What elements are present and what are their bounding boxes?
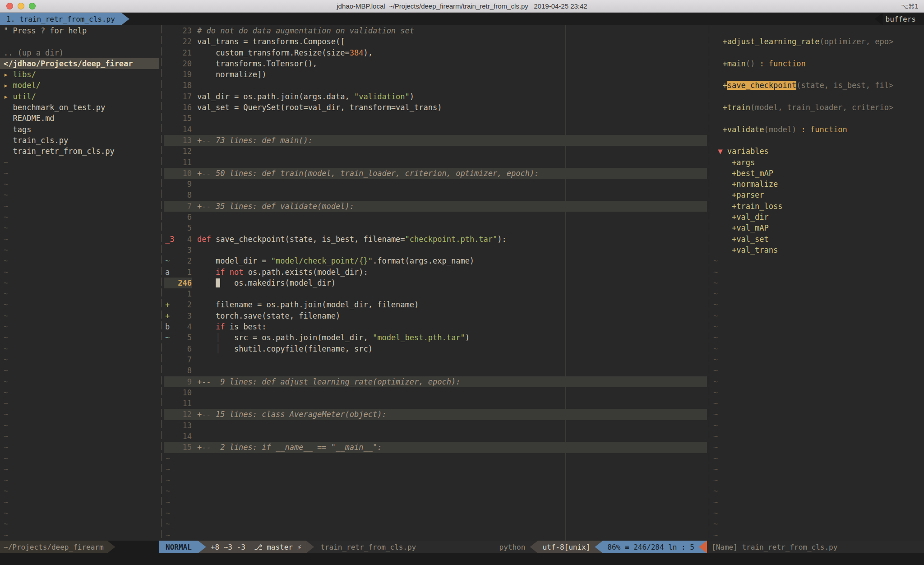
chevron-right-icon[interactable]: ▸ [4,81,13,90]
tree-root-path[interactable]: </jdhao/Projects/deep_firear [0,58,159,69]
code-line[interactable]: 14 [164,124,707,135]
empty-line-tilde: ~ [711,299,924,310]
folded-code-line[interactable]: 13+-- 73 lines: def main(): [164,135,707,146]
chevron-right-icon[interactable]: ▸ [4,70,13,79]
code-line[interactable]: ~5 │ src = os.path.join(model_dir, "mode… [164,332,707,343]
gutter-sign-empty [164,278,174,288]
tag-item[interactable]: +args [711,157,924,168]
chevron-right-icon[interactable]: ▸ [4,92,13,101]
code-line[interactable]: 11 [164,398,707,409]
fold-text[interactable]: +-- 73 lines: def main(): [197,136,313,145]
code-line[interactable]: 1 [164,288,707,299]
line-number: 2 [174,299,192,310]
code-line[interactable]: 21 custom_transform.Resize(size=384), [164,47,707,58]
tag-item[interactable]: +adjust_learning_rate(optimizer, epo> [711,36,924,47]
code-line[interactable]: +3 torch.save(state, filename) [164,310,707,321]
code-line[interactable]: 13 [164,420,707,431]
line-number: 8 [174,365,192,376]
minimize-button[interactable] [18,3,24,9]
code-line[interactable]: 9 [164,179,707,190]
tag-item[interactable]: +normalize [711,179,924,190]
tree-item[interactable]: train_retr_from_cls.py [0,146,159,157]
tree-item-directory[interactable]: ▸ libs/ [0,69,159,80]
tree-item[interactable] [0,36,159,47]
line-number: 7 [174,201,192,212]
window-separator-right[interactable] [707,25,711,541]
code-line[interactable]: 10 [164,387,707,398]
code-line[interactable]: 15 [164,113,707,124]
tree-item[interactable]: benchmark_on_test.py [0,102,159,113]
gutter-sign-empty [164,157,174,168]
empty-line-tilde: ~ [0,332,159,343]
folded-code-line[interactable]: 10+-- 50 lines: def train(model, train_l… [164,168,707,179]
code-line[interactable]: 14 [164,431,707,442]
empty-line-tilde: ~ [164,453,707,464]
code-line[interactable]: 16val_set = QuerySet(root=val_dir, trans… [164,102,707,113]
line-number: 246 [174,278,192,288]
tag-item[interactable]: +validate(model) : function [711,124,924,135]
tag-item[interactable]: +val_trans [711,245,924,255]
tree-item[interactable]: README.md [0,113,159,124]
tree-item[interactable]: tags [0,124,159,135]
tree-item-directory[interactable]: ▸ util/ [0,91,159,102]
tree-item[interactable]: " Press ? for help [0,25,159,36]
tag-item[interactable]: +val_dir [711,212,924,222]
tag-item[interactable]: +main() : function [711,58,924,69]
code-line[interactable]: 17val_dir = os.path.join(args.data, "val… [164,91,707,102]
code-line[interactable]: 18 [164,80,707,91]
close-button[interactable] [6,3,13,9]
code-line[interactable]: 12 [164,146,707,157]
tag-item[interactable]: +val_mAP [711,222,924,233]
code-line[interactable]: _34def save_checkpoint(state, is_best, f… [164,234,707,245]
code-line[interactable]: 20 transforms.ToTensor(), [164,58,707,69]
tree-item-directory[interactable]: ▸ model/ [0,80,159,91]
highlighted-tag[interactable]: save_checkpoint [727,81,797,90]
fold-text[interactable]: +-- 50 lines: def train(model, train_loa… [197,169,539,178]
empty-line-tilde: ~ [164,519,707,529]
tag-item[interactable]: +val_set [711,234,924,245]
tag-item[interactable]: +train_loss [711,201,924,212]
folded-code-line[interactable]: 9+-- 9 lines: def adjust_learning_rate(o… [164,376,707,387]
tag-item[interactable]: +train(model, train_loader, criterio> [711,102,924,113]
fold-text[interactable]: +-- 15 lines: class AverageMeter(object)… [197,410,387,419]
code-line[interactable]: a1 if not os.path.exists(model_dir): [164,267,707,278]
tag-item[interactable]: +save_checkpoint(state, is_best, fil> [711,80,924,91]
code-line[interactable]: 8 [164,365,707,376]
code-line[interactable]: 3 [164,245,707,255]
tag-item[interactable]: +parser [711,190,924,200]
tag-item[interactable]: +best_mAP [711,168,924,179]
tree-item[interactable]: .. (up a dir) [0,47,159,58]
code-line[interactable]: 11 [164,157,707,168]
line-number: 11 [174,398,192,409]
code-line[interactable]: +2 filename = os.path.join(model_dir, fi… [164,299,707,310]
window-separator-left[interactable] [159,25,164,541]
code-line[interactable]: 22val_trans = transforms.Compose([ [164,36,707,47]
window-shortcut-badge: ⌥⌘1 [901,3,919,10]
code-line[interactable]: 8 [164,190,707,200]
code-line[interactable]: 246 os.makedirs(model_dir) [164,278,707,288]
code-line[interactable]: ~2 model_dir = "model/check_point/{}".fo… [164,255,707,266]
fold-text[interactable]: +-- 35 lines: def validate(model): [197,202,354,211]
folded-code-line[interactable]: 15+-- 2 lines: if __name__ == "__main__"… [164,442,707,453]
folded-code-line[interactable]: 7+-- 35 lines: def validate(model): [164,201,707,212]
code-line[interactable]: 7 [164,354,707,365]
empty-line-tilde: ~ [0,190,159,200]
tagbar-scope-header[interactable]: ▼ variables [711,146,924,157]
tab-train-retr-from-cls[interactable]: 1. train_retr_from_cls.py [0,13,121,25]
code-line[interactable]: 5 [164,222,707,233]
code-line[interactable]: 6 │ shutil.copyfile(filename, src) [164,343,707,354]
command-line[interactable] [0,553,924,565]
zoom-button[interactable] [29,3,36,9]
code-line[interactable]: b4 if is_best: [164,321,707,332]
gutter-sign-empty [164,398,174,409]
gutter-sign-empty [164,146,174,157]
code-line[interactable]: 23# do not do data augmentation on valid… [164,25,707,36]
code-line[interactable]: 19 normalize]) [164,69,707,80]
fold-open-icon[interactable]: ▼ [718,147,722,156]
fold-text[interactable]: +-- 9 lines: def adjust_learning_rate(op… [197,377,460,386]
tree-item[interactable]: train_cls.py [0,135,159,146]
fold-text[interactable]: +-- 2 lines: if __name__ == "__main__": [197,443,382,452]
line-number: 19 [174,69,192,80]
code-line[interactable]: 6 [164,212,707,222]
folded-code-line[interactable]: 12+-- 15 lines: class AverageMeter(objec… [164,409,707,420]
